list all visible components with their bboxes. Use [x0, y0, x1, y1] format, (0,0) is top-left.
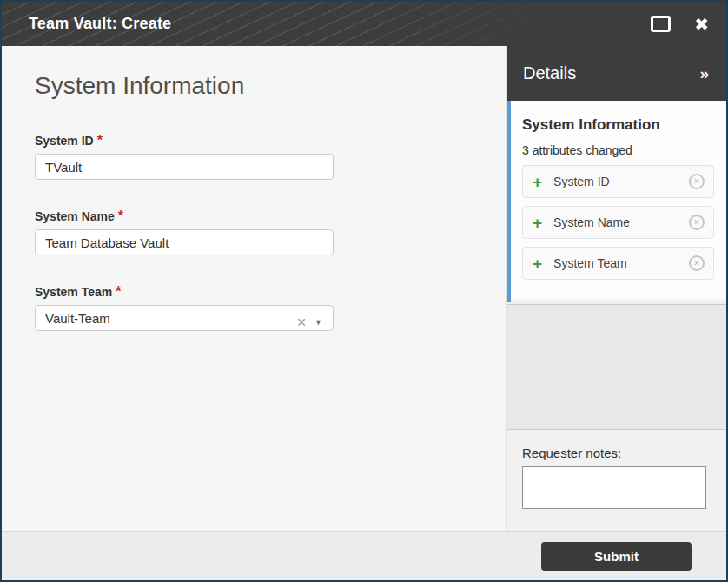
change-item-system-team: + System Team ✕	[522, 247, 714, 280]
field-system-name: System Name*	[35, 208, 506, 255]
empty-details-region	[507, 304, 726, 430]
team-vault-create-dialog: Team Vault: Create ✖ System Information …	[0, 0, 728, 582]
page-title: System Information	[35, 72, 506, 100]
title-bar: Team Vault: Create ✖	[2, 2, 726, 46]
chevron-down-icon[interactable]: ▼	[314, 319, 322, 327]
change-label: System Name	[553, 215, 630, 229]
system-name-input[interactable]	[35, 229, 334, 255]
system-team-input[interactable]	[35, 305, 334, 331]
footer-spacer	[2, 532, 506, 580]
revert-change-icon[interactable]: ✕	[689, 215, 705, 230]
system-name-label: System Name	[35, 209, 115, 223]
system-team-combobox: ✕ ▼	[35, 305, 334, 331]
system-id-input[interactable]	[35, 154, 334, 180]
field-system-team: System Team* ✕ ▼	[35, 284, 506, 331]
dialog-footer: Submit	[2, 531, 726, 580]
changes-summary: 3 attributes changed	[522, 143, 714, 157]
requester-notes-label: Requester notes:	[522, 446, 621, 460]
system-team-label: System Team	[35, 285, 112, 299]
revert-change-icon[interactable]: ✕	[689, 255, 705, 271]
close-icon[interactable]: ✖	[694, 16, 709, 33]
change-item-system-name: + System Name ✕	[522, 206, 714, 239]
changes-panel: System Information 3 attributes changed …	[507, 101, 726, 302]
details-header: Details »	[507, 46, 726, 101]
details-title: Details	[523, 63, 576, 83]
footer-actions: Submit	[506, 532, 726, 580]
requester-notes-section: Requester notes:	[507, 430, 726, 531]
add-icon: +	[533, 174, 542, 190]
required-asterisk: *	[116, 284, 121, 299]
requester-notes-input[interactable]	[522, 466, 706, 509]
field-system-id: System ID*	[35, 133, 506, 180]
window-title: Team Vault: Create	[29, 15, 171, 33]
clear-selection-icon[interactable]: ✕	[296, 316, 307, 328]
add-icon: +	[533, 255, 542, 272]
required-asterisk: *	[118, 208, 123, 223]
collapse-panel-icon[interactable]: »	[699, 64, 709, 83]
change-label: System ID	[553, 175, 610, 188]
changes-section-heading: System Information	[522, 116, 714, 134]
maximize-icon[interactable]	[651, 16, 671, 32]
change-label: System Team	[553, 256, 627, 270]
window-controls: ✖	[651, 16, 709, 33]
add-icon: +	[533, 215, 542, 231]
details-sidebar: Details » System Information 3 attribute…	[506, 46, 726, 531]
required-asterisk: *	[97, 133, 103, 148]
dialog-body: System Information System ID* System Nam…	[2, 46, 726, 531]
revert-change-icon[interactable]: ✕	[689, 174, 705, 189]
system-id-label: System ID	[35, 134, 94, 148]
form-panel: System Information System ID* System Nam…	[2, 46, 506, 531]
change-item-system-id: + System ID ✕	[522, 165, 714, 198]
submit-button[interactable]: Submit	[541, 542, 692, 571]
